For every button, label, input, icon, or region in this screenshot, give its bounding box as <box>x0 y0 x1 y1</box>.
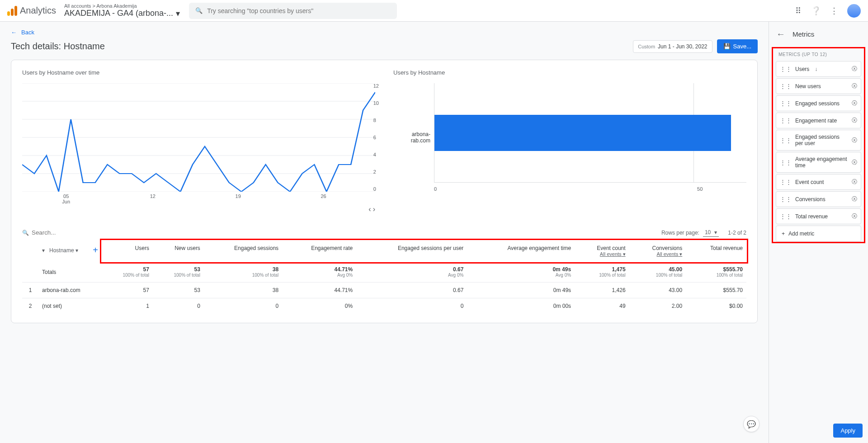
help-icon[interactable]: ❔ <box>811 6 821 16</box>
col-engaged-sessions[interactable]: Engaged sessions <box>204 240 282 262</box>
rows-per-page-label: Rows per page: <box>661 230 699 236</box>
rows-per-page-select[interactable]: 10 ▾ <box>703 228 719 237</box>
line-chart-area[interactable]: 121086420 <box>22 83 375 192</box>
account-breadcrumb: All accounts > Arbona Akademija <box>64 3 180 9</box>
bar-chart-title: Users by Hostname <box>393 69 746 76</box>
col-users[interactable]: Users <box>102 240 153 262</box>
col-esppu[interactable]: Engaged sessions per user <box>356 240 467 262</box>
remove-icon[interactable]: ⓧ <box>852 178 857 186</box>
metric-item[interactable]: ⋮⋮Average engagement timeⓧ <box>776 152 861 173</box>
apps-icon[interactable]: ⠿ <box>795 6 802 16</box>
chevron-down-icon[interactable]: ▾ <box>42 247 45 254</box>
remove-icon[interactable]: ⓧ <box>852 212 857 220</box>
add-dimension-icon[interactable]: + <box>93 245 98 255</box>
table-header-row: ▾ Hostname ▾ + Users New users Engaged s… <box>22 240 746 262</box>
chat-icon: 💬 <box>747 420 756 429</box>
analytics-logo-icon <box>7 6 17 16</box>
search-box[interactable]: 🔍 <box>189 3 397 19</box>
content-area: ← Back Tech details: Hostname Custom Jun… <box>0 22 769 443</box>
metric-item[interactable]: ⋮⋮Engaged sessions per userⓧ <box>776 130 861 151</box>
save-icon: 💾 <box>723 43 731 50</box>
drag-icon: ⋮⋮ <box>780 179 792 185</box>
bar-chart: Users by Hostname arbona-rab.com 0 50 <box>393 69 746 213</box>
line-x-ticks: 05Jun121926 <box>22 193 375 204</box>
arrow-left-icon[interactable]: ← <box>776 29 785 39</box>
save-button[interactable]: 💾 Save... <box>717 39 758 53</box>
chart-prev-icon[interactable]: ‹ <box>368 205 371 213</box>
metric-label: Total revenue <box>795 213 828 220</box>
chevron-down-icon: ▾ <box>176 9 180 19</box>
product-name: Analytics <box>20 5 56 16</box>
back-link[interactable]: ← Back <box>11 29 758 36</box>
metrics-section-label: METRICS (UP TO 12) <box>773 48 864 60</box>
add-metric-button[interactable]: + Add metric <box>776 226 861 242</box>
avatar[interactable] <box>847 4 861 18</box>
col-event-count[interactable]: Event count All events ▾ <box>575 240 629 262</box>
col-conversions[interactable]: Conversions All events ▾ <box>629 240 686 262</box>
more-icon[interactable]: ⋮ <box>830 6 838 16</box>
drag-icon: ⋮⋮ <box>780 100 792 107</box>
search-icon: 🔍 <box>22 230 29 236</box>
report-card: Users by Hostname over time <box>11 60 758 323</box>
conversions-filter[interactable]: All events ▾ <box>633 251 683 257</box>
line-chart-title: Users by Hostname over time <box>22 69 375 76</box>
metric-item[interactable]: ⋮⋮Total revenueⓧ <box>776 208 861 224</box>
drag-icon: ⋮⋮ <box>780 196 792 203</box>
event-count-filter[interactable]: All events ▾ <box>578 251 626 257</box>
col-aet[interactable]: Average engagement time <box>467 240 575 262</box>
metrics-list-highlight: METRICS (UP TO 12) ⋮⋮Users↓ⓧ⋮⋮New usersⓧ… <box>772 47 865 243</box>
page-title: Tech details: Hostname <box>11 41 105 52</box>
metric-item[interactable]: ⋮⋮Event countⓧ <box>776 174 861 190</box>
bar-category-label: arbona-rab.com <box>393 131 434 144</box>
metric-label: New users <box>795 83 821 90</box>
header-actions: ⠿ ❔ ⋮ <box>795 4 861 18</box>
chart-next-icon[interactable]: › <box>373 205 375 213</box>
metric-item[interactable]: ⋮⋮Engaged sessionsⓧ <box>776 95 861 111</box>
col-revenue[interactable]: Total revenue <box>686 240 746 262</box>
dimension-header[interactable]: Hostname ▾ <box>49 247 78 254</box>
col-new-users[interactable]: New users <box>153 240 204 262</box>
metric-label: Conversions <box>795 196 826 203</box>
drag-icon: ⋮⋮ <box>780 66 792 72</box>
metric-label: Event count <box>795 179 824 185</box>
app-header: Analytics All accounts > Arbona Akademij… <box>0 0 868 22</box>
remove-icon[interactable]: ⓧ <box>852 159 857 166</box>
metric-item[interactable]: ⋮⋮Conversionsⓧ <box>776 191 861 207</box>
remove-icon[interactable]: ⓧ <box>852 65 857 73</box>
side-panel-title: Metrics <box>793 30 814 38</box>
apply-button[interactable]: Apply <box>833 424 863 438</box>
bar-chart-area[interactable]: arbona-rab.com 0 50 <box>393 83 746 192</box>
back-label: Back <box>21 29 34 36</box>
remove-icon[interactable]: ⓧ <box>852 195 857 203</box>
save-label: Save... <box>733 43 751 50</box>
line-y-ticks: 121086420 <box>373 83 379 192</box>
col-engagement-rate[interactable]: Engagement rate <box>282 240 356 262</box>
metric-item[interactable]: ⋮⋮New usersⓧ <box>776 78 861 94</box>
table-row[interactable]: 1arbona-rab.com57533844.71%0.670m 49s1,4… <box>22 283 746 298</box>
remove-icon[interactable]: ⓧ <box>852 99 857 107</box>
metric-label: Engaged sessions <box>795 100 840 107</box>
bar-x-ticks: 0 50 <box>434 186 746 192</box>
account-selector[interactable]: All accounts > Arbona Akademija AKADEMIJ… <box>64 3 180 19</box>
remove-icon[interactable]: ⓧ <box>852 82 857 90</box>
table-row[interactable]: 2(not set)1000%00m 00s492.00$0.00 <box>22 298 746 314</box>
metric-item[interactable]: ⋮⋮Engagement rateⓧ <box>776 113 861 128</box>
drag-icon: ⋮⋮ <box>780 137 792 144</box>
metric-label: Users <box>795 66 809 72</box>
remove-icon[interactable]: ⓧ <box>852 117 857 124</box>
metric-item[interactable]: ⋮⋮Users↓ⓧ <box>776 61 861 77</box>
metrics-panel: ← Metrics METRICS (UP TO 12) ⋮⋮Users↓ⓧ⋮⋮… <box>769 22 868 443</box>
remove-icon[interactable]: ⓧ <box>852 137 857 144</box>
date-range-picker[interactable]: Custom Jun 1 - Jun 30, 2022 <box>633 40 712 53</box>
search-input[interactable] <box>207 7 391 14</box>
line-chart: Users by Hostname over time <box>22 69 375 213</box>
feedback-button[interactable]: 💬 <box>743 416 760 432</box>
property-select[interactable]: AKADEMIJA - GA4 (arbona-... ▾ <box>64 9 180 19</box>
bar-rect <box>434 115 731 151</box>
logo-area: Analytics <box>7 5 56 16</box>
sort-down-icon: ↓ <box>815 66 817 72</box>
metric-label: Engaged sessions per user <box>795 134 848 146</box>
plus-icon: + <box>782 231 785 237</box>
drag-icon: ⋮⋮ <box>780 117 792 124</box>
table-search-input[interactable] <box>32 229 661 236</box>
